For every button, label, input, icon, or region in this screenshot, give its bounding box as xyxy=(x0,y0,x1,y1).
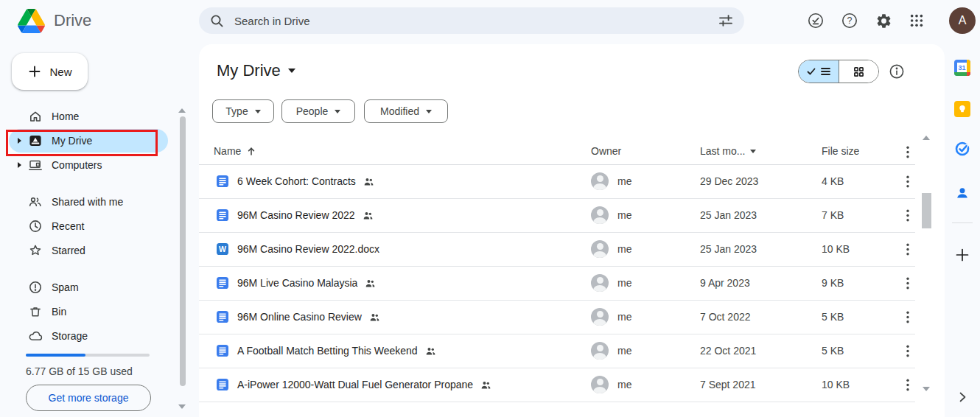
list-lines-icon xyxy=(820,66,831,77)
search-input[interactable] xyxy=(233,14,718,28)
grid-view-icon xyxy=(853,66,864,77)
contacts-icon[interactable] xyxy=(953,184,971,202)
file-row[interactable]: W96M Casino Review 2022.docxme25 Jan 202… xyxy=(199,232,915,267)
shared-people-icon xyxy=(480,379,491,390)
google-drive-window: Drive ? A xyxy=(0,0,980,417)
last-modified: 25 Jan 2023 xyxy=(700,209,757,221)
list-scrollbar[interactable] xyxy=(922,193,931,228)
keep-icon[interactable] xyxy=(953,100,971,118)
file-name: 96M Casino Review 2022.docx xyxy=(237,243,379,255)
cloud-icon xyxy=(28,329,43,343)
add-panel-icon[interactable] xyxy=(953,246,971,264)
sort-ascending-icon xyxy=(246,146,256,156)
column-header-more-icon[interactable] xyxy=(899,143,917,161)
file-row[interactable]: A-iPower 12000-Watt Dual Fuel Generator … xyxy=(199,368,915,402)
svg-text:W: W xyxy=(219,245,226,253)
row-more-actions-icon[interactable] xyxy=(899,274,917,292)
row-more-actions-icon[interactable] xyxy=(899,376,917,393)
star-icon xyxy=(28,243,43,258)
list-scroll-down-icon[interactable] xyxy=(923,387,930,391)
filter-chip-modified[interactable]: Modified xyxy=(364,99,448,123)
owner-avatar xyxy=(591,376,609,393)
column-header-owner[interactable]: Owner xyxy=(591,145,621,157)
plus-icon xyxy=(27,64,42,79)
search-options-icon[interactable] xyxy=(718,13,734,29)
svg-text:?: ? xyxy=(847,15,853,26)
list-scroll-up-icon[interactable] xyxy=(923,136,930,140)
search-bar[interactable] xyxy=(199,7,744,34)
sidebar-scroll-down-icon[interactable] xyxy=(178,404,186,409)
column-header-modified[interactable]: Last mo... xyxy=(700,145,756,157)
sidebar-scrollbar[interactable] xyxy=(180,116,186,386)
owner-avatar xyxy=(591,240,609,258)
file-name: A Football Match Betting This Weekend xyxy=(237,345,418,357)
shared-people-icon xyxy=(363,210,374,221)
help-icon[interactable]: ? xyxy=(841,12,858,29)
file-size: 5 KB xyxy=(822,311,844,323)
list-view-button[interactable] xyxy=(799,60,839,83)
filter-chip-type[interactable]: Type xyxy=(212,99,274,123)
sidebar-item-label: Storage xyxy=(52,330,88,342)
owner-avatar xyxy=(591,308,609,326)
row-more-actions-icon[interactable] xyxy=(899,206,917,224)
owner-name: me xyxy=(617,209,631,221)
sidebar-item-recent[interactable]: Recent xyxy=(9,214,168,238)
sidebar-item-label: Recent xyxy=(52,220,84,232)
sidebar-item-computers[interactable]: Computers xyxy=(9,153,168,177)
sidebar-item-storage[interactable]: Storage xyxy=(9,324,168,348)
owner-avatar xyxy=(591,172,609,190)
row-more-actions-icon[interactable] xyxy=(899,342,917,360)
file-row[interactable]: A Football Match Betting This Weekendme2… xyxy=(199,334,915,368)
show-side-panel-chevron-icon[interactable] xyxy=(953,388,971,406)
filter-chip-people[interactable]: People xyxy=(281,99,355,123)
sidebar-item-starred[interactable]: Starred xyxy=(9,239,168,262)
expand-arrow-icon[interactable] xyxy=(18,138,21,144)
chevron-down-icon xyxy=(288,69,295,73)
grid-view-button[interactable] xyxy=(839,60,879,83)
sidebar-item-bin[interactable]: Bin xyxy=(9,300,168,323)
sidebar-item-label: Starred xyxy=(52,245,85,256)
last-modified: 25 Jan 2023 xyxy=(700,243,757,255)
account-avatar[interactable]: A xyxy=(949,7,976,34)
check-icon xyxy=(806,66,816,77)
column-header-name[interactable]: Name xyxy=(214,145,256,157)
file-row[interactable]: 96M Casino Review 2022me25 Jan 20237 KB xyxy=(199,198,915,233)
filter-chip-label: People xyxy=(296,105,329,117)
row-more-actions-icon[interactable] xyxy=(899,240,917,258)
tasks-icon[interactable] xyxy=(953,140,971,158)
settings-gear-icon[interactable] xyxy=(875,12,892,29)
page-title-dropdown[interactable]: My Drive xyxy=(217,61,295,80)
sidebar-item-spam[interactable]: Spam xyxy=(9,276,168,299)
last-modified: 9 Apr 2023 xyxy=(700,277,750,289)
docs-file-icon xyxy=(215,174,230,189)
row-more-actions-icon[interactable] xyxy=(899,308,917,326)
file-size: 4 KB xyxy=(822,175,844,187)
drive-logo[interactable]: Drive xyxy=(18,7,91,34)
sidebar-item-label: My Drive xyxy=(52,135,92,147)
file-row[interactable]: 96M Online Casino Reviewme7 Oct 20225 KB xyxy=(199,300,915,334)
filter-chip-label: Modified xyxy=(380,105,419,117)
column-header-size[interactable]: File size xyxy=(822,145,859,157)
computers-icon xyxy=(28,158,43,172)
sidebar-item-home[interactable]: Home xyxy=(9,105,168,128)
sidebar-item-shared-with-me[interactable]: Shared with me xyxy=(9,190,168,214)
row-more-actions-icon[interactable] xyxy=(899,172,917,190)
sidebar-scroll-up-icon[interactable] xyxy=(178,108,186,113)
last-modified: 7 Oct 2022 xyxy=(700,311,751,323)
drive-logo-icon xyxy=(18,9,45,33)
google-apps-grid-icon[interactable] xyxy=(908,12,925,29)
get-more-storage-button[interactable]: Get more storage xyxy=(26,385,151,411)
expand-arrow-icon[interactable] xyxy=(18,162,21,168)
offline-status-icon[interactable] xyxy=(807,12,825,29)
sidebar-item-my-drive[interactable]: My Drive xyxy=(9,129,168,153)
sidebar-item-label: Bin xyxy=(52,306,66,318)
calendar-icon[interactable]: 31 xyxy=(953,59,971,77)
file-name: 6 Week Cohort: Contracts xyxy=(237,175,356,187)
new-button[interactable]: New xyxy=(12,53,88,90)
file-name: A-iPower 12000-Watt Dual Fuel Generator … xyxy=(237,379,473,390)
storage-progress-fill xyxy=(26,354,85,357)
file-row[interactable]: 6 Week Cohort: Contractsme29 Dec 20234 K… xyxy=(199,164,915,199)
owner-avatar xyxy=(591,206,609,224)
details-info-icon[interactable] xyxy=(889,63,905,80)
file-row[interactable]: 96M Live Casino Malaysiame9 Apr 20239 KB xyxy=(199,266,915,301)
